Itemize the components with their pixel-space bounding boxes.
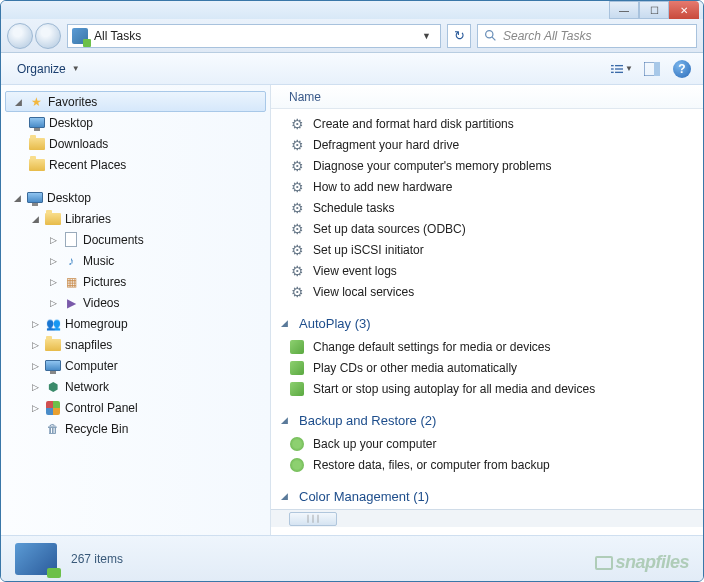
task-icon xyxy=(289,381,305,397)
pictures-icon: ▦ xyxy=(63,274,79,290)
tree-label: Recent Places xyxy=(49,158,126,172)
address-dropdown-icon[interactable]: ▼ xyxy=(422,31,436,41)
task-label: Play CDs or other media automatically xyxy=(313,361,517,375)
organize-button[interactable]: Organize ▼ xyxy=(11,59,86,79)
star-icon: ★ xyxy=(28,94,44,110)
sidebar-item-videos[interactable]: ▷ ▶ Videos xyxy=(1,292,270,313)
task-icon: ⚙ xyxy=(289,242,305,258)
content-pane: Name ⚙Create and format hard disk partit… xyxy=(271,85,703,535)
tree-label: Desktop xyxy=(49,116,93,130)
scrollbar-thumb[interactable]: ∣∣∣ xyxy=(289,512,337,526)
task-label: Defragment your hard drive xyxy=(313,138,459,152)
collapse-icon[interactable]: ◢ xyxy=(11,193,23,203)
expand-icon[interactable]: ▷ xyxy=(47,298,59,308)
svg-rect-4 xyxy=(611,68,614,69)
address-field[interactable]: All Tasks ▼ xyxy=(67,24,441,48)
task-icon: ⚙ xyxy=(289,158,305,174)
back-button[interactable] xyxy=(7,23,33,49)
tree-label: Videos xyxy=(83,296,119,310)
sidebar-item-computer[interactable]: ▷ Computer xyxy=(1,355,270,376)
help-button[interactable]: ? xyxy=(671,58,693,80)
sidebar-item-recent-places[interactable]: Recent Places xyxy=(1,154,270,175)
sidebar-item-documents[interactable]: ▷ Documents xyxy=(1,229,270,250)
group-header[interactable]: ◢Color Management (1) xyxy=(281,483,703,509)
address-path: All Tasks xyxy=(94,29,416,43)
column-label: Name xyxy=(289,90,321,104)
expand-icon[interactable]: ▷ xyxy=(47,235,59,245)
sidebar-item-recycle-bin[interactable]: 🗑 Recycle Bin xyxy=(1,418,270,439)
sidebar-item-snapfiles[interactable]: ▷ snapfiles xyxy=(1,334,270,355)
collapse-icon[interactable]: ◢ xyxy=(281,318,293,328)
sidebar-item-downloads[interactable]: Downloads xyxy=(1,133,270,154)
task-item[interactable]: Start or stop using autoplay for all med… xyxy=(289,378,703,399)
organize-label: Organize xyxy=(17,62,66,76)
task-item[interactable]: Restore data, files, or computer from ba… xyxy=(289,454,703,475)
tree-label: Homegroup xyxy=(65,317,128,331)
titlebar: — ☐ ✕ xyxy=(1,1,703,19)
task-icon xyxy=(289,457,305,473)
task-item[interactable]: ⚙Schedule tasks xyxy=(289,197,703,218)
folder-icon xyxy=(29,157,45,173)
preview-pane-button[interactable] xyxy=(641,58,663,80)
task-item[interactable]: ⚙Create and format hard disk partitions xyxy=(289,113,703,134)
refresh-button[interactable]: ↻ xyxy=(447,24,471,48)
sidebar-favorites[interactable]: ◢ ★ Favorites xyxy=(5,91,266,112)
task-item[interactable]: Change default settings for media or dev… xyxy=(289,336,703,357)
sidebar-item-homegroup[interactable]: ▷ 👥 Homegroup xyxy=(1,313,270,334)
address-bar: All Tasks ▼ ↻ Search All Tasks xyxy=(1,19,703,53)
task-item[interactable]: Back up your computer xyxy=(289,433,703,454)
sidebar-desktop-root[interactable]: ◢ Desktop xyxy=(1,187,270,208)
videos-icon: ▶ xyxy=(63,295,79,311)
svg-rect-2 xyxy=(611,64,614,65)
collapse-icon[interactable]: ◢ xyxy=(29,214,41,224)
collapse-icon[interactable]: ◢ xyxy=(281,491,293,501)
task-icon xyxy=(289,436,305,452)
tree-label: Desktop xyxy=(47,191,91,205)
collapse-icon[interactable]: ◢ xyxy=(281,415,293,425)
group-header[interactable]: ◢Backup and Restore (2) xyxy=(281,407,703,433)
group-header[interactable]: ◢AutoPlay (3) xyxy=(281,310,703,336)
desktop-icon xyxy=(29,115,45,131)
task-item[interactable]: ⚙View local services xyxy=(289,281,703,302)
sidebar-item-libraries[interactable]: ◢ Libraries xyxy=(1,208,270,229)
expand-icon[interactable]: ▷ xyxy=(29,403,41,413)
task-icon: ⚙ xyxy=(289,200,305,216)
task-icon xyxy=(289,360,305,376)
sidebar-item-network[interactable]: ▷ ⬢ Network xyxy=(1,376,270,397)
horizontal-scrollbar[interactable]: ∣∣∣ xyxy=(271,509,703,527)
watermark: snapfiles xyxy=(595,552,689,573)
close-button[interactable]: ✕ xyxy=(669,1,699,19)
maximize-button[interactable]: ☐ xyxy=(639,1,669,19)
sidebar-item-desktop[interactable]: Desktop xyxy=(1,112,270,133)
expand-icon[interactable]: ▷ xyxy=(29,361,41,371)
task-item[interactable]: ⚙Defragment your hard drive xyxy=(289,134,703,155)
task-item[interactable]: ⚙Diagnose your computer's memory problem… xyxy=(289,155,703,176)
sidebar-item-pictures[interactable]: ▷ ▦ Pictures xyxy=(1,271,270,292)
desktop-icon xyxy=(27,190,43,206)
task-item[interactable]: ⚙View event logs xyxy=(289,260,703,281)
minimize-button[interactable]: — xyxy=(609,1,639,19)
task-item[interactable]: ⚙Set up data sources (ODBC) xyxy=(289,218,703,239)
search-field[interactable]: Search All Tasks xyxy=(477,24,697,48)
task-item[interactable]: ⚙Set up iSCSI initiator xyxy=(289,239,703,260)
view-mode-button[interactable]: ▼ xyxy=(611,58,633,80)
sidebar-item-control-panel[interactable]: ▷ Control Panel xyxy=(1,397,270,418)
sidebar-item-music[interactable]: ▷ ♪ Music xyxy=(1,250,270,271)
column-header-name[interactable]: Name xyxy=(271,85,703,109)
computer-icon xyxy=(45,358,61,374)
task-item[interactable]: ⚙How to add new hardware xyxy=(289,176,703,197)
task-label: Back up your computer xyxy=(313,437,436,451)
task-item[interactable]: Play CDs or other media automatically xyxy=(289,357,703,378)
svg-line-1 xyxy=(492,37,495,40)
task-icon xyxy=(289,339,305,355)
expand-icon[interactable]: ▷ xyxy=(47,256,59,266)
expand-icon[interactable]: ▷ xyxy=(29,340,41,350)
tree-label: snapfiles xyxy=(65,338,112,352)
collapse-icon[interactable]: ◢ xyxy=(12,97,24,107)
forward-button[interactable] xyxy=(35,23,61,49)
expand-icon[interactable]: ▷ xyxy=(29,319,41,329)
group-label: Backup and Restore (2) xyxy=(299,413,436,428)
expand-icon[interactable]: ▷ xyxy=(29,382,41,392)
expand-icon[interactable]: ▷ xyxy=(47,277,59,287)
toolbar: Organize ▼ ▼ ? xyxy=(1,53,703,85)
